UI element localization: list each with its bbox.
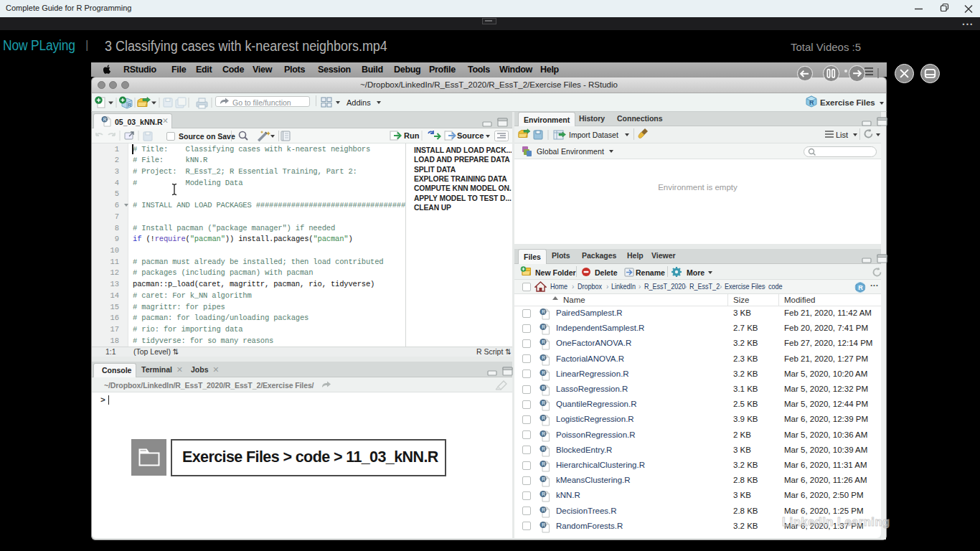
svg-text:R: R	[103, 117, 107, 122]
svg-text:R: R	[128, 103, 131, 108]
svg-text:R: R	[809, 99, 814, 106]
svg-text:R: R	[542, 416, 545, 421]
svg-text:R: R	[542, 476, 545, 481]
svg-text:R: R	[542, 355, 545, 360]
svg-text:R: R	[542, 492, 545, 497]
svg-text:R: R	[542, 522, 545, 527]
svg-text:R: R	[542, 385, 545, 390]
svg-text:R: R	[542, 431, 545, 436]
svg-text:R: R	[542, 370, 545, 375]
svg-text:R: R	[542, 400, 545, 405]
svg-text:R: R	[542, 507, 545, 512]
svg-text:R: R	[542, 309, 545, 314]
svg-text:R: R	[542, 340, 545, 345]
svg-text:R: R	[542, 324, 545, 329]
svg-text:R: R	[858, 284, 863, 291]
svg-text:R: R	[542, 446, 545, 451]
svg-text:R: R	[542, 461, 545, 466]
